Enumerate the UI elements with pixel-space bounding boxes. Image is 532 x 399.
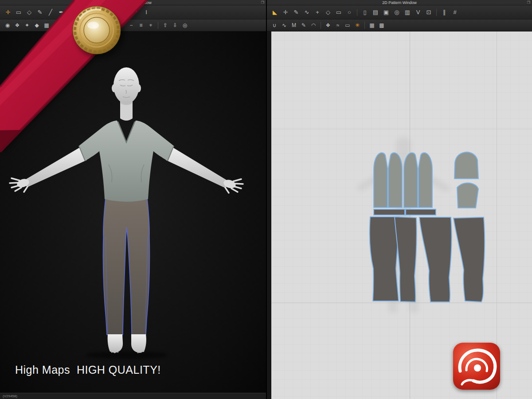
3d-toolbar-row1: ✛▭◇✎╱✒↻❝I xyxy=(0,5,266,20)
pattern-piece-bodice-panel-2[interactable] xyxy=(388,153,402,207)
3d-statusbar: (V29458) xyxy=(0,393,266,399)
2d-toolbar-row1: ◣✛✎∿+◇▭○▯▤▣◎▥V⊡∥# xyxy=(267,5,532,20)
fabric-grain-tool[interactable]: ✳ xyxy=(353,21,362,30)
3d-toolbar-row2: ◉❖✦◆▦◈▾−≡+⇧⇩◎ xyxy=(0,20,266,31)
add-point-tool[interactable]: + xyxy=(313,8,322,17)
3d-garment-window: 3D Garment Window ❒ ✛▭◇✎╱✒↻❝I ◉❖✦◆▦◈▾−≡+… xyxy=(0,0,266,399)
waistband-group xyxy=(374,209,436,215)
pattern-piece-bodice-panel-1[interactable] xyxy=(374,153,387,207)
2d-toolbar-row2: ∪∿M✎◠❖≈▭✳▦▩ xyxy=(267,20,532,31)
2d-window-titlebar: 2D Pattern Window ❒ xyxy=(267,0,532,5)
toolbar-separator xyxy=(357,9,357,16)
toolbar-spacer xyxy=(61,25,117,26)
elastic-shirring-tool[interactable]: ≈ xyxy=(333,21,342,30)
pattern-piece-pant-panel-1[interactable] xyxy=(370,217,399,301)
pin-tack-tool[interactable]: ❖ xyxy=(324,21,332,30)
rotate-view-tool[interactable]: ↻ xyxy=(67,8,77,17)
3d-window-titlebar: 3D Garment Window ❒ xyxy=(0,0,266,5)
toolbar-spacer xyxy=(77,12,130,12)
toolbar-separator xyxy=(436,9,437,16)
base-line-tool[interactable]: ▥ xyxy=(403,8,412,17)
pressure-map-tool[interactable]: ◈ xyxy=(52,21,61,30)
remove-item-tool[interactable]: − xyxy=(127,21,136,30)
notch-tool[interactable]: V xyxy=(413,8,423,17)
seam-taping-tool[interactable]: ▭ xyxy=(343,21,352,30)
comment-tool[interactable]: ❝ xyxy=(131,8,141,17)
toolbar-separator xyxy=(158,22,158,29)
pattern-piece-bodice-panel-4[interactable] xyxy=(419,153,432,207)
transform-pattern-tool[interactable]: ◣ xyxy=(270,8,280,17)
free-sewing-tool[interactable]: ∿ xyxy=(280,21,289,30)
world-axis-tool[interactable]: ◎ xyxy=(180,21,189,30)
move-down-tool[interactable]: ⇩ xyxy=(171,21,180,30)
expand-window-icon[interactable]: ❒ xyxy=(527,0,530,5)
arrangement-points-tool[interactable]: ❖ xyxy=(13,21,22,30)
line-tack-tool[interactable]: ╱ xyxy=(46,8,55,17)
edit-pattern-tool[interactable]: ✛ xyxy=(281,8,290,17)
fabric-strain-map-tool[interactable]: ▦ xyxy=(42,21,51,30)
show-texture-toggle[interactable]: ▩ xyxy=(377,21,386,30)
safety-pin-tool[interactable]: ◆ xyxy=(32,21,41,30)
internal-circle-tool[interactable]: ◎ xyxy=(392,8,402,17)
logo-eye-swirl-icon xyxy=(453,343,500,390)
add-item-tool[interactable]: + xyxy=(146,21,155,30)
sewing-pins-tool[interactable]: ✦ xyxy=(23,21,31,30)
circle-tool[interactable]: ○ xyxy=(344,8,354,17)
pin-edit-tool[interactable]: ✎ xyxy=(35,8,45,17)
dropdown-arrow[interactable]: ▾ xyxy=(117,21,126,30)
2d-pattern-window: 2D Pattern Window ❒ ◣✛✎∿+◇▭○▯▤▣◎▥V⊡∥# ∪∿… xyxy=(267,0,532,399)
layers-tool[interactable]: ≡ xyxy=(137,21,145,30)
app-stage: 3D Garment Window ❒ ✛▭◇✎╱✒↻❝I ◉❖✦◆▦◈▾−≡+… xyxy=(0,0,532,399)
select-move-tool[interactable]: ✛ xyxy=(3,8,13,17)
2d-window-title: 2D Pattern Window xyxy=(382,0,417,5)
fold-arrangement-tool[interactable]: ◠ xyxy=(309,21,318,30)
pattern-piece-back-lower[interactable] xyxy=(457,183,478,208)
pattern-piece-bodice-panel-3[interactable] xyxy=(404,153,418,207)
pattern-piece-waistband-1[interactable] xyxy=(374,209,405,215)
avatar-display-tool[interactable]: ◉ xyxy=(3,21,12,30)
text-cursor-tool[interactable]: I xyxy=(141,8,151,17)
status-version-text: (V29458) xyxy=(3,394,17,398)
edit-sewing-tool[interactable]: ✎ xyxy=(299,21,308,30)
2d-pattern-area[interactable] xyxy=(267,31,532,399)
polygon-tool[interactable]: ◇ xyxy=(323,8,333,17)
edit-point-line-tool[interactable]: ✎ xyxy=(291,8,301,17)
toolbar-separator xyxy=(321,22,321,29)
segment-sewing-tool[interactable]: ∪ xyxy=(270,21,279,30)
edit-curvature-tool[interactable]: ∿ xyxy=(302,8,312,17)
pattern-piece-waistband-2[interactable] xyxy=(406,209,436,215)
marvelous-designer-logo xyxy=(453,343,500,390)
3d-window-title: 3D Garment Window xyxy=(114,0,152,5)
rectangle-select-tool[interactable]: ▭ xyxy=(14,8,23,17)
avatar-ground-shadow xyxy=(86,351,168,359)
window-left-border xyxy=(267,31,271,399)
mn-sewing-tool[interactable]: M xyxy=(289,21,298,30)
internal-polygon-tool[interactable]: ▤ xyxy=(371,8,380,17)
3d-scene xyxy=(0,31,266,393)
pattern-piece-back-yoke[interactable] xyxy=(454,152,478,179)
internal-rectangle-tool[interactable]: ▣ xyxy=(381,8,391,17)
lasso-select-tool[interactable]: ◇ xyxy=(24,8,34,17)
3d-viewport[interactable] xyxy=(0,31,266,393)
grading-tool[interactable]: # xyxy=(450,8,460,17)
pen-tool[interactable]: ✒ xyxy=(56,8,66,17)
show-grid-toggle[interactable]: ▦ xyxy=(368,21,376,30)
move-up-tool[interactable]: ⇧ xyxy=(161,21,170,30)
dart-tool[interactable]: ▯ xyxy=(360,8,370,17)
promo-caption: High Maps HIGH QUALITY! xyxy=(15,364,161,376)
rectangle-tool[interactable]: ▭ xyxy=(334,8,344,17)
expand-window-icon[interactable]: ❒ xyxy=(261,0,264,5)
pleats-tool[interactable]: ∥ xyxy=(439,8,449,17)
seam-allowance-tool[interactable]: ⊡ xyxy=(424,8,434,17)
toolbar-separator xyxy=(364,22,365,29)
